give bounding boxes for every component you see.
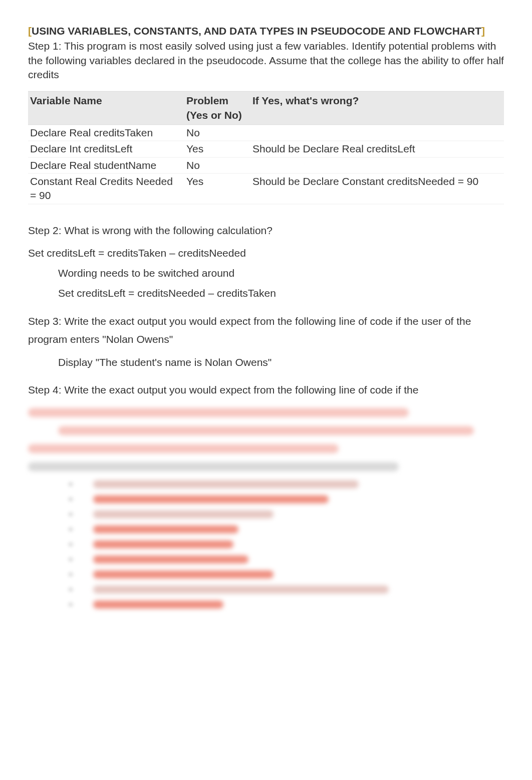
step2-question: Step 2: What is wrong with the following… — [28, 222, 504, 240]
table-header-row: Variable Name Problem (Yes or No) If Yes… — [28, 91, 504, 125]
blurred-text-line — [93, 480, 359, 488]
header-problem: Problem (Yes or No) — [184, 91, 250, 125]
blurred-text-line — [93, 555, 248, 563]
step2-expression: Set creditsLeft = creditsTaken – credits… — [28, 243, 504, 263]
header-whats-wrong: If Yes, what's wrong? — [250, 91, 504, 125]
blurred-bullet — [68, 587, 73, 592]
cell-problem: No — [184, 157, 250, 173]
step3-question: Step 3: Write the exact output you would… — [28, 312, 504, 348]
title-text: USING VARIABLES, CONSTANTS, AND DATA TYP… — [32, 25, 481, 37]
blurred-bullet — [68, 602, 73, 607]
step2-answer-text: Wording needs to be switched around — [28, 263, 504, 283]
cell-wrong: Should be Declare Real creditsLeft — [250, 141, 504, 157]
blurred-text-line — [58, 426, 474, 435]
cell-wrong — [250, 125, 504, 141]
table-row: Declare Real creditsTaken No — [28, 125, 504, 141]
blurred-text-line — [93, 495, 329, 503]
blurred-text-line — [28, 444, 339, 453]
table-row: Declare Int creditsLeft Yes Should be De… — [28, 141, 504, 157]
table-row: Declare Real studentName No — [28, 157, 504, 173]
obscured-content — [28, 408, 504, 609]
blurred-list-item — [68, 555, 504, 563]
step3-answer: Display "The student's name is Nolan Owe… — [28, 352, 504, 372]
cell-variable-name: Constant Real Credits Needed = 90 — [28, 173, 184, 204]
cell-problem: Yes — [184, 141, 250, 157]
blurred-bullet — [68, 557, 73, 562]
blurred-bullet — [68, 542, 73, 547]
blurred-text-line — [93, 510, 274, 518]
blurred-text-line — [93, 540, 233, 548]
blurred-text-line — [28, 462, 399, 471]
blurred-text-line — [93, 586, 389, 594]
step1-intro: Step 1: This program is most easily solv… — [28, 39, 504, 82]
table-row: Constant Real Credits Needed = 90 Yes Sh… — [28, 173, 504, 204]
document-page: [USING VARIABLES, CONSTANTS, AND DATA TY… — [0, 0, 532, 646]
variables-table: Variable Name Problem (Yes or No) If Yes… — [28, 91, 504, 204]
blurred-text-line — [93, 525, 238, 533]
cell-variable-name: Declare Real creditsTaken — [28, 125, 184, 141]
blurred-list-item — [68, 480, 504, 488]
step2-answer-code: Set creditsLeft = creditsNeeded – credit… — [28, 283, 504, 303]
blurred-list-item — [68, 495, 504, 503]
blurred-list-item — [68, 540, 504, 548]
blurred-list-item — [68, 510, 504, 518]
blurred-bullet — [68, 527, 73, 532]
blurred-list-item — [68, 586, 504, 594]
cell-variable-name: Declare Int creditsLeft — [28, 141, 184, 157]
blurred-bullet — [68, 512, 73, 517]
blurred-bullet — [68, 482, 73, 487]
blurred-list-item — [68, 570, 504, 578]
title-bracket-open: [ — [28, 25, 32, 37]
cell-wrong — [250, 157, 504, 173]
blurred-text-line — [93, 570, 274, 578]
title-bracket-close: ] — [481, 25, 485, 37]
page-title: [USING VARIABLES, CONSTANTS, AND DATA TY… — [28, 24, 504, 38]
header-variable-name: Variable Name — [28, 91, 184, 125]
blurred-bullet — [68, 572, 73, 577]
blurred-text-line — [93, 601, 223, 609]
step4-question: Step 4: Write the exact output you would… — [28, 381, 504, 399]
blurred-list-item — [68, 601, 504, 609]
cell-problem: No — [184, 125, 250, 141]
blurred-list-item — [68, 525, 504, 533]
blurred-bullet — [68, 497, 73, 502]
cell-wrong: Should be Declare Constant creditsNeeded… — [250, 173, 504, 204]
cell-problem: Yes — [184, 173, 250, 204]
blurred-text-line — [28, 408, 409, 417]
cell-variable-name: Declare Real studentName — [28, 157, 184, 173]
